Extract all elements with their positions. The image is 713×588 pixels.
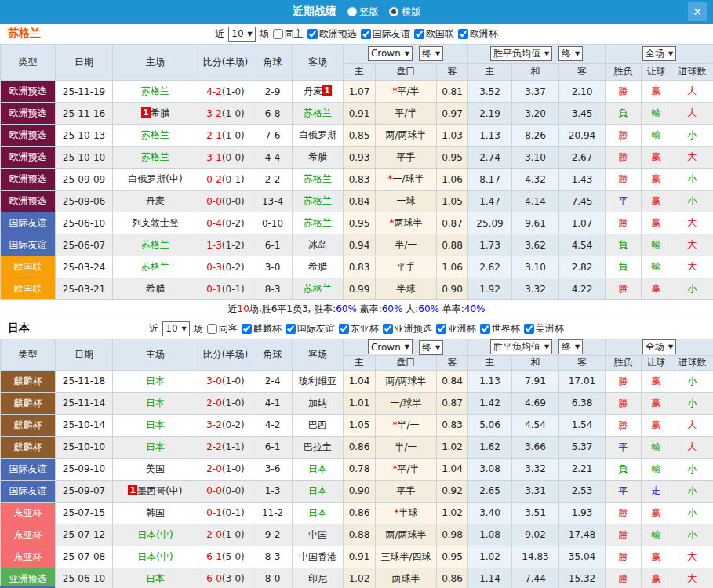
away-team-name: 日本 (308, 485, 327, 496)
team-section: 日本近10▼场同客麒麟杯国际友谊东亚杯亚洲预选亚洲杯世界杯美洲杯类型日期主场比分… (0, 318, 713, 588)
handicap-cell: *一/球半 (376, 169, 437, 191)
same-venue-checkbox[interactable] (207, 324, 217, 334)
header-row-groups: 类型日期主场比分(半场)角球客场Crown▼终▼胜平负均值▼终▼全场▼ (1, 45, 713, 64)
away-team-cell: 希腊 (293, 147, 344, 169)
result-outcome: 勝 (606, 81, 642, 103)
home-team-name: 墨西哥(中) (137, 485, 182, 496)
result-outcome: 勝 (606, 125, 642, 147)
avg-odds-select[interactable]: 胜平负均值▼ (490, 46, 552, 61)
away-team-cell: 玻利维亚 (293, 370, 344, 392)
away-team-name: 苏格兰 (304, 173, 332, 184)
same-venue-checkbox[interactable] (273, 29, 283, 39)
away-team-name: 苏格兰 (304, 283, 332, 294)
competition-checkbox[interactable] (414, 29, 424, 39)
handicap-text: 一球 (397, 195, 416, 206)
competition-checkbox[interactable] (307, 29, 318, 39)
sub-col-header: 客 (559, 355, 606, 370)
final-odds-select[interactable]: 终▼ (419, 340, 443, 355)
competition-checkbox[interactable] (436, 324, 446, 334)
competition-checkbox[interactable] (524, 324, 534, 334)
vertical-layout-label[interactable]: 竖版 (360, 6, 379, 17)
competition-checkbox[interactable] (480, 324, 490, 334)
match-row: 东亚杯25-07-08日本(中)6-1(5-0)8-3中国香港0.91三球半/四… (1, 546, 713, 568)
competition-checkbox[interactable] (383, 324, 393, 334)
result-outcome: 勝 (606, 502, 642, 524)
match-row: 欧洲预选25-10-13苏格兰2-1(1-0)7-6白俄罗斯0.85两/两球半1… (1, 125, 713, 147)
away-team-name: 印尼 (308, 573, 327, 584)
competition-checkbox[interactable] (242, 324, 252, 334)
bookmaker-select[interactable]: Crown▼ (368, 46, 413, 61)
bookmaker-select[interactable]: Crown▼ (368, 339, 413, 354)
competition-checkbox[interactable] (361, 29, 371, 39)
recent-count-select[interactable]: 10▼ (228, 27, 255, 42)
vertical-layout-radio[interactable] (347, 7, 357, 16)
match-row: 麒麟杯25-11-18日本3-0(1-0)2-4玻利维亚1.04两/两球半0.8… (1, 370, 713, 392)
sub-col-header: 客 (437, 64, 468, 81)
crown-away-odds: 0.87 (437, 392, 468, 414)
type-cell: 麒麟杯 (1, 436, 56, 458)
fulltime-score: 6-0 (206, 573, 222, 584)
match-row: 欧国联25-03-21希腊0-1(0-1)8-3苏格兰0.99半球0.901.9… (1, 278, 713, 300)
away-team-cell: 中国 (293, 524, 344, 546)
close-icon[interactable]: ✕ (688, 2, 707, 21)
home-team-name: 白俄罗斯(中) (128, 173, 182, 184)
halftime-score: (0-2) (222, 262, 245, 273)
avg-home-odds: 2.62 (468, 256, 512, 278)
match-scope-select[interactable]: 全场▼ (642, 46, 676, 61)
final-avg-select[interactable]: 终▼ (558, 46, 583, 61)
avg-odds-select[interactable]: 胜平负均值▼ (490, 339, 552, 354)
recent-count-select[interactable]: 10▼ (162, 321, 189, 336)
crown-home-odds: 0.93 (344, 147, 376, 169)
avg-draw-odds: 4.32 (512, 169, 559, 191)
sub-col-header: 和 (512, 64, 559, 81)
avg-draw-odds: 3.10 (512, 256, 559, 278)
handicap-text: 半/一 (397, 419, 419, 430)
result-goals: 大 (671, 546, 713, 568)
competition-checkbox[interactable] (458, 29, 468, 39)
avg-draw-odds: 3.37 (512, 81, 559, 103)
crown-home-odds: 0.86 (344, 436, 376, 458)
away-team-name: 日本 (308, 463, 327, 474)
type-cell: 东亚杯 (1, 546, 56, 568)
handicap-cell: 平手 (376, 147, 437, 169)
match-row: 欧洲预选25-11-19苏格兰4-2(1-0)2-9丹麦11.07*平/半0.8… (1, 81, 713, 103)
competition-checkbox[interactable] (286, 324, 296, 334)
same-venue-label: 同客 (219, 322, 238, 336)
result-goals: 大 (671, 212, 713, 234)
handicap-text: 平手 (397, 151, 416, 162)
competition-label: 国际友谊 (297, 322, 335, 336)
bookmaker-select-value: Crown (371, 342, 401, 353)
halftime-score: (0-0) (222, 485, 245, 496)
date-cell: 25-11-14 (56, 392, 113, 414)
home-team-cell: 苏格兰 (113, 125, 198, 147)
col-header-date: 日期 (56, 339, 113, 371)
horizontal-layout-radio[interactable] (389, 7, 398, 16)
result-goals: 小 (671, 191, 713, 212)
avg-home-odds: 1.92 (468, 278, 512, 300)
final-odds-select[interactable]: 终▼ (419, 46, 443, 61)
dropdown-arrow-icon: ▼ (575, 50, 580, 57)
home-team-name: 日本 (146, 441, 165, 452)
match-scope-select[interactable]: 全场▼ (642, 339, 676, 354)
home-team-name: 希腊 (151, 107, 169, 118)
halftime-score: (0-1) (222, 507, 245, 518)
away-team-name: 冰岛 (308, 239, 327, 250)
avg-home-odds: 1.02 (468, 546, 512, 568)
avg-away-odds: 1.54 (559, 414, 606, 436)
horizontal-layout-label[interactable]: 横版 (402, 6, 420, 17)
away-team-cell: 苏格兰 (293, 191, 344, 212)
away-team-cell: 苏格兰 (293, 212, 344, 234)
sub-col-header: 让球 (642, 355, 671, 370)
score-cell: 3-2(1-0) (198, 103, 253, 125)
result-handicap: 赢 (642, 414, 671, 436)
handicap-cell: 两/两球半 (376, 370, 437, 392)
competition-checkbox[interactable] (339, 324, 349, 334)
fulltime-score: 4-2 (206, 86, 222, 97)
corner-cell: 0-10 (253, 212, 293, 234)
away-team-name: 日本 (308, 507, 327, 518)
home-team-name: 韩国 (146, 507, 165, 518)
final-avg-select[interactable]: 终▼ (558, 339, 583, 354)
home-team-name: 苏格兰 (141, 239, 169, 250)
result-goals: 小 (671, 458, 713, 480)
date-cell: 25-11-16 (56, 103, 113, 125)
